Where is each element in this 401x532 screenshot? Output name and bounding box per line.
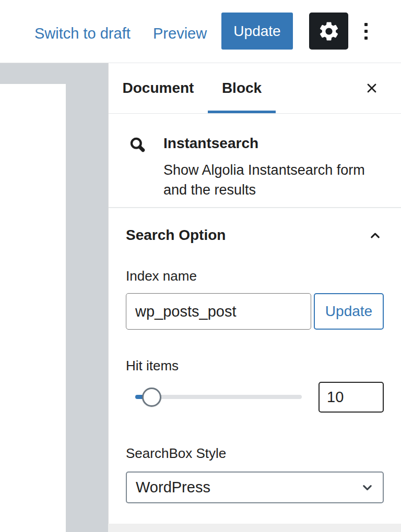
tab-block[interactable]: Block	[208, 63, 276, 113]
index-name-row: Update	[126, 293, 384, 330]
hit-items-control: Hit items	[109, 358, 401, 413]
hit-items-slider[interactable]	[135, 382, 302, 413]
settings-sidebar: Document Block Instantsearch Show Algoli…	[108, 63, 401, 524]
block-info-text: Instantsearch Show Algolia Instantsearch…	[163, 134, 378, 200]
update-button[interactable]: Update	[221, 13, 293, 50]
index-name-label: Index name	[126, 268, 384, 284]
close-icon	[364, 81, 379, 95]
sidebar-bottom-gutter	[108, 524, 401, 532]
editor-window: Switch to draft Preview Update Document …	[0, 0, 401, 532]
searchbox-style-select[interactable]: WordPress	[126, 471, 384, 503]
block-info-card: Instantsearch Show Algolia Instantsearch…	[109, 114, 401, 208]
editor-toolbar: Switch to draft Preview Update	[0, 0, 401, 63]
tab-document[interactable]: Document	[116, 63, 200, 113]
search-option-panel-title: Search Option	[126, 227, 226, 243]
gear-icon	[317, 20, 340, 43]
switch-to-draft-link[interactable]: Switch to draft	[34, 25, 131, 42]
hit-items-number-input[interactable]	[319, 382, 384, 413]
hit-items-slider-thumb[interactable]	[142, 388, 161, 407]
hit-items-label: Hit items	[126, 358, 384, 373]
more-options-button[interactable]	[357, 15, 375, 48]
hit-items-row	[126, 382, 384, 413]
block-description: Show Algolia Instantsearch form and the …	[163, 160, 378, 200]
chevron-up-icon	[368, 228, 382, 243]
searchbox-style-selected-value: WordPress	[136, 479, 210, 496]
searchbox-style-label: SearchBox Style	[126, 445, 384, 461]
sidebar-tab-bar: Document Block	[109, 63, 401, 114]
search-icon	[128, 135, 148, 155]
index-name-input[interactable]	[126, 293, 311, 330]
preview-link[interactable]: Preview	[153, 25, 207, 42]
searchbox-style-control: SearchBox Style WordPress	[109, 445, 401, 503]
block-title: Instantsearch	[163, 134, 378, 153]
index-update-button[interactable]: Update	[314, 293, 384, 330]
index-name-control: Index name Update	[109, 268, 401, 330]
post-content-canvas[interactable]	[0, 84, 66, 532]
settings-button[interactable]	[309, 13, 348, 50]
close-sidebar-button[interactable]	[361, 78, 382, 99]
search-option-panel-header[interactable]: Search Option	[109, 208, 401, 243]
chevron-down-icon	[360, 480, 374, 494]
